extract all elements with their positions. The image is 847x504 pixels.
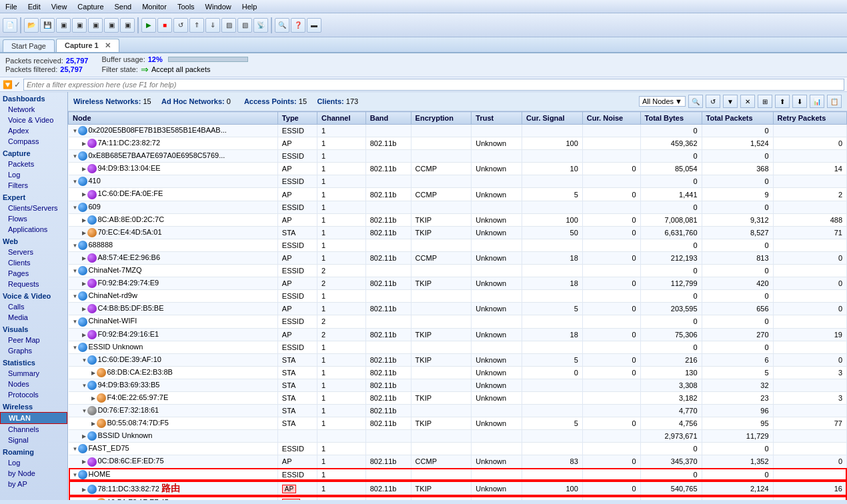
table-row[interactable]: ▼0x2020E5B08FE7B1B3E585B1E4BAAB...ESSID1… [69, 125, 847, 137]
table-row[interactable]: ▶F4:0E:22:65:97:7ESTA1802.11bTKIPUnknown… [69, 391, 847, 404]
table-row[interactable]: ▶F0:92:B4:29:16:E1AP2802.11bTKIPUnknown1… [69, 328, 847, 341]
table-row[interactable]: ▼688888ESSID100 [69, 239, 847, 251]
sidebar-item-requests[interactable]: Requests [0, 279, 67, 289]
table-row[interactable]: ▼D0:76:E7:32:18:61STA1802.11b4,77096 [69, 405, 847, 417]
table-row[interactable]: ▼FAST_ED75ESSID100 [69, 443, 847, 455]
table-row[interactable]: ▶10:B1:F8:1F:E7:45STA1802.11bTKIPUnknown… [69, 496, 847, 500]
expand-icon[interactable]: ▼ [73, 345, 78, 351]
sidebar-item-peer-map[interactable]: Peer Map [0, 335, 67, 345]
col-total-bytes[interactable]: Total Bytes [640, 112, 702, 125]
expand-icon[interactable]: ▶ [82, 487, 87, 493]
toolbar-btn11[interactable]: ▧ [237, 18, 252, 33]
sidebar-section-roaming[interactable]: Roaming [0, 445, 67, 457]
filter-icon-1[interactable]: 🔽 [3, 80, 13, 89]
tab-startpage[interactable]: Start Page [3, 39, 55, 52]
table-row[interactable]: ▶94:D9:B3:13:04:EEAP1802.11bCCMPUnknown1… [69, 163, 847, 175]
sidebar-item-filters[interactable]: Filters [0, 180, 67, 191]
table-row[interactable]: ▶8C:AB:8E:0D:2C:7CAP1802.11bTKIPUnknown1… [69, 213, 847, 226]
toolbar-start[interactable]: ▶ [141, 18, 156, 33]
table-row[interactable]: ▶BSSID Unknown2,973,67111,729 [69, 430, 847, 443]
expand-icon[interactable]: ▼ [73, 319, 78, 325]
sidebar-item-pages[interactable]: Pages [0, 268, 67, 279]
sidebar-section-expert[interactable]: Expert [0, 191, 67, 203]
table-row[interactable]: ▶7A:11:DC:23:82:72AP1802.11bUnknown10045… [69, 137, 847, 150]
col-band[interactable]: Band [365, 112, 411, 125]
filter-icon-2[interactable]: ✓ [14, 80, 21, 89]
toolbar-save[interactable]: 💾 [40, 18, 55, 33]
expand-icon[interactable]: ▼ [82, 383, 87, 389]
menu-send[interactable]: Send [109, 1, 137, 12]
sidebar-item-channels[interactable]: Channels [0, 424, 67, 435]
sidebar-section-wireless[interactable]: Wireless [0, 400, 67, 412]
sidebar-item-flows[interactable]: Flows [0, 213, 67, 224]
col-encryption[interactable]: Encryption [411, 112, 472, 125]
col-total-packets[interactable]: Total Packets [702, 112, 773, 125]
menu-view[interactable]: View [46, 1, 73, 12]
sidebar-item-packets[interactable]: Packets [0, 159, 67, 169]
toolbar-btn15[interactable]: ▬ [307, 18, 321, 33]
expand-icon[interactable]: ▶ [91, 395, 97, 401]
table-row[interactable]: ▼ChinaNet-rd9wESSID100 [69, 290, 847, 303]
table-row[interactable]: ▼410ESSID100 [69, 175, 847, 188]
expand-icon[interactable]: ▼ [73, 179, 78, 185]
toolbar-stop[interactable]: ■ [157, 18, 172, 33]
tab-close-icon[interactable]: ✕ [105, 41, 111, 49]
sidebar-item-roaming-log[interactable]: Log [0, 457, 67, 468]
table-row[interactable]: ▶70:EC:E4:4D:5A:01STA1802.11bTKIPUnknown… [69, 226, 847, 239]
menu-capture[interactable]: Capture [72, 1, 109, 12]
expand-icon[interactable]: ▶ [82, 166, 87, 172]
toolbar-btn12[interactable]: 📡 [253, 18, 268, 33]
col-cur-noise[interactable]: Cur. Noise [582, 112, 640, 125]
sidebar-item-protocols[interactable]: Protocols [0, 389, 67, 400]
table-row[interactable]: ▼0xE8B685E7BAA7E697A0E6958C5769...ESSID1… [69, 150, 847, 163]
sidebar-section-capture[interactable]: Capture [0, 147, 67, 159]
table-row[interactable]: ▶0C:D8:6C:EF:ED:75AP1802.11bCCMPUnknown8… [69, 455, 847, 468]
sidebar-item-compass[interactable]: Compass [0, 136, 67, 147]
toolbar-btn13[interactable]: 🔍 [275, 18, 289, 33]
wireless-ctrl-btn4[interactable]: ✕ [740, 95, 755, 108]
expand-icon[interactable]: ▼ [82, 357, 87, 363]
sidebar-item-log[interactable]: Log [0, 169, 67, 180]
toolbar-btn9[interactable]: ⇓ [205, 18, 220, 33]
table-row[interactable]: ▶1C:60:DE:FA:0E:FEAP1802.11bCCMPUnknown5… [69, 188, 847, 201]
sidebar-item-signal[interactable]: Signal [0, 435, 67, 445]
sidebar-item-wlan[interactable]: WLAN [0, 412, 67, 424]
wireless-ctrl-btn3[interactable]: ▼ [723, 95, 738, 108]
expand-icon[interactable]: ▶ [82, 459, 87, 465]
wireless-ctrl-btn7[interactable]: ⬇ [792, 95, 807, 108]
expand-icon[interactable]: ▼ [73, 446, 78, 452]
table-row[interactable]: ▶A8:57:4E:E2:96:B6AP1802.11bCCMPUnknown1… [69, 251, 847, 264]
sidebar-section-statistics[interactable]: Statistics [0, 356, 67, 368]
sidebar-item-media[interactable]: Media [0, 312, 67, 323]
expand-icon[interactable]: ▼ [73, 205, 78, 211]
table-row[interactable]: ▼ChinaNet-7MZQESSID200 [69, 265, 847, 277]
table-row[interactable]: ▶F0:92:B4:29:74:E9AP2802.11bTKIPUnknown1… [69, 277, 847, 290]
menu-tools[interactable]: Tools [172, 1, 200, 12]
sidebar-item-clients-servers[interactable]: Clients/Servers [0, 203, 67, 213]
toolbar-btn5[interactable]: ▣ [88, 18, 103, 33]
table-row[interactable]: ▶C4:B8:B5:DF:B5:BEAP1802.11bUnknown50203… [69, 303, 847, 315]
col-retry-packets[interactable]: Retry Packets [773, 112, 846, 125]
menu-monitor[interactable]: Monitor [137, 1, 172, 12]
table-row[interactable]: ▼609ESSID100 [69, 201, 847, 213]
sidebar-item-calls[interactable]: Calls [0, 301, 67, 312]
menu-file[interactable]: File [0, 1, 23, 12]
expand-icon[interactable]: ▶ [82, 230, 87, 236]
toolbar-btn6[interactable]: ▣ [104, 18, 119, 33]
col-node[interactable]: Node [69, 112, 278, 125]
sidebar-item-voice-video[interactable]: Voice & Video [0, 115, 67, 125]
col-type[interactable]: Type [277, 112, 317, 125]
expand-icon[interactable]: ▶ [91, 421, 97, 427]
table-row[interactable]: ▼HOMEESSID100 [69, 468, 847, 481]
menu-window[interactable]: Window [200, 1, 237, 12]
sidebar-item-roaming-by-ap[interactable]: by AP [0, 479, 67, 489]
expand-icon[interactable]: ▶ [82, 255, 87, 261]
filter-input[interactable] [23, 79, 844, 91]
wireless-ctrl-btn6[interactable]: ⬆ [775, 95, 790, 108]
table-row[interactable]: ▶B0:55:08:74:7D:F5STA1802.11bTKIPUnknown… [69, 417, 847, 430]
wireless-ctrl-btn2[interactable]: ↺ [706, 95, 720, 108]
toolbar-btn8[interactable]: ⇑ [189, 18, 204, 33]
table-row[interactable]: ▼ChinaNet-WIFIESSID200 [69, 315, 847, 328]
expand-icon[interactable]: ▶ [82, 141, 87, 147]
menu-help[interactable]: Help [237, 1, 263, 12]
